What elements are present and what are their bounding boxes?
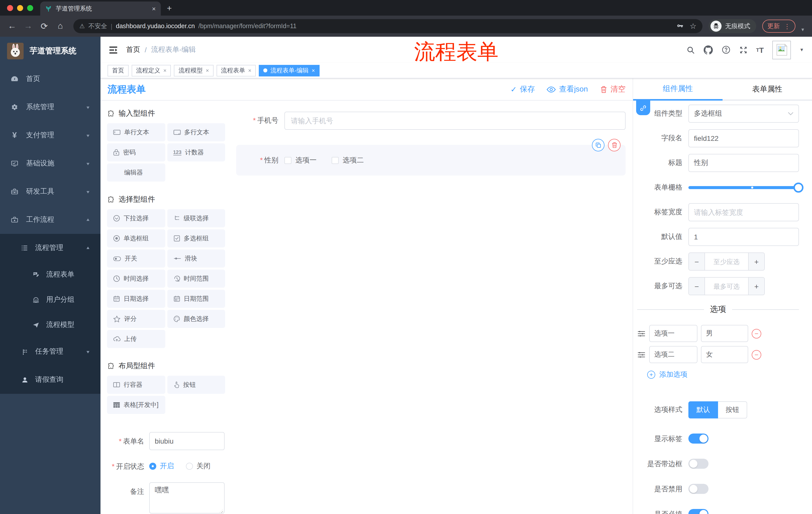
phone-input[interactable] bbox=[284, 112, 626, 130]
border-switch[interactable] bbox=[688, 459, 708, 469]
close-window-button[interactable] bbox=[7, 5, 13, 11]
component-single-text[interactable]: 单行文本 bbox=[107, 123, 165, 141]
forward-icon[interactable]: → bbox=[21, 19, 35, 33]
plus-icon[interactable]: + bbox=[748, 253, 764, 270]
component-time-range[interactable]: 时间范围 bbox=[167, 270, 225, 288]
view-json-button[interactable]: 查看json bbox=[547, 84, 588, 94]
show-label-switch[interactable] bbox=[688, 434, 708, 443]
font-size-icon[interactable]: TT bbox=[756, 46, 764, 54]
drag-handle-icon[interactable] bbox=[637, 351, 646, 358]
chevron-down-icon[interactable]: ▼ bbox=[801, 27, 805, 32]
chevron-down-icon[interactable]: ▼ bbox=[800, 47, 804, 52]
github-icon[interactable] bbox=[703, 45, 713, 55]
sidebar-item-leave-query[interactable]: 请假查询 bbox=[0, 366, 100, 394]
default-value-input[interactable] bbox=[688, 228, 799, 246]
home-icon[interactable]: ⌂ bbox=[53, 19, 67, 33]
tag-close-icon[interactable]: × bbox=[312, 67, 315, 74]
component-date-range[interactable]: 日期范围 bbox=[167, 290, 225, 308]
password-key-icon[interactable] bbox=[676, 22, 684, 30]
component-select[interactable]: 下拉选择 bbox=[107, 209, 165, 227]
browser-tab[interactable]: 芋道管理系统 × bbox=[40, 1, 161, 16]
new-tab-button[interactable]: + bbox=[167, 3, 172, 16]
gender-option-1[interactable]: 选项一 bbox=[284, 156, 317, 165]
tag-close-icon[interactable]: × bbox=[248, 67, 252, 74]
minus-icon[interactable]: − bbox=[689, 278, 705, 295]
reload-icon[interactable]: ⟳ bbox=[37, 19, 51, 33]
security-label[interactable]: 不安全 bbox=[88, 22, 107, 30]
drag-handle-icon[interactable] bbox=[637, 330, 646, 337]
tag-process-model[interactable]: 流程模型 × bbox=[174, 64, 213, 76]
checkbox[interactable] bbox=[331, 157, 339, 164]
remark-textarea[interactable]: 嘿嘿 bbox=[149, 482, 225, 514]
component-editor[interactable]: 编辑器 bbox=[107, 163, 165, 182]
tag-process-form-edit[interactable]: 流程表单-编辑 × bbox=[259, 64, 320, 76]
field-name-input[interactable] bbox=[688, 129, 799, 147]
checkbox[interactable] bbox=[284, 157, 291, 164]
tag-process-form[interactable]: 流程表单 × bbox=[216, 64, 256, 76]
sidebar-item-task-mgmt[interactable]: 任务管理 ▼ bbox=[0, 337, 100, 366]
component-switch[interactable]: 开关 bbox=[107, 249, 165, 268]
component-date-picker[interactable]: 日期选择 bbox=[107, 290, 165, 308]
tag-close-icon[interactable]: × bbox=[206, 67, 209, 74]
component-counter[interactable]: 123 计数器 bbox=[167, 143, 225, 161]
option-name-input[interactable] bbox=[649, 325, 697, 342]
tab-component-props[interactable]: 组件属性 bbox=[633, 78, 723, 101]
update-button[interactable]: 更新 ⋮ bbox=[762, 20, 795, 33]
minimize-window-button[interactable] bbox=[17, 5, 23, 11]
tab-close-icon[interactable]: × bbox=[152, 5, 156, 12]
tag-close-icon[interactable]: × bbox=[163, 67, 167, 74]
delete-widget-button[interactable] bbox=[608, 139, 620, 152]
back-icon[interactable]: ← bbox=[5, 19, 19, 33]
avatar[interactable] bbox=[772, 40, 791, 59]
add-option-button[interactable]: + 添加选项 bbox=[647, 370, 799, 379]
url-bar[interactable]: ⚠ 不安全 | dashboard.yudao.iocoder.cn /bpm/… bbox=[74, 19, 702, 33]
component-upload[interactable]: 上传 bbox=[107, 330, 165, 348]
slider-track[interactable] bbox=[688, 186, 799, 189]
bookmark-star-icon[interactable]: ☆ bbox=[690, 22, 696, 31]
app-logo[interactable]: 芋道管理系统 bbox=[0, 37, 100, 65]
label-width-input[interactable] bbox=[688, 203, 799, 221]
disabled-switch[interactable] bbox=[688, 484, 708, 494]
remove-option-button[interactable]: − bbox=[752, 350, 761, 359]
title-input[interactable] bbox=[688, 154, 799, 172]
grid-slider[interactable] bbox=[688, 179, 799, 197]
slider-handle[interactable] bbox=[793, 183, 804, 193]
sidebar-item-infra[interactable]: 基础设施 ▼ bbox=[0, 150, 100, 178]
breadcrumb-home[interactable]: 首页 bbox=[126, 45, 140, 54]
link-fold-button[interactable] bbox=[636, 101, 650, 115]
sidebar-item-payment[interactable]: ¥ 支付管理 ▼ bbox=[0, 121, 100, 150]
tag-process-definition[interactable]: 流程定义 × bbox=[132, 64, 171, 76]
component-time-picker[interactable]: 时间选择 bbox=[107, 270, 165, 288]
widget-phone[interactable]: 手机号 bbox=[236, 112, 626, 130]
minus-icon[interactable]: − bbox=[689, 253, 705, 270]
copy-widget-button[interactable] bbox=[592, 139, 605, 152]
sidebar-item-process-mgmt[interactable]: 流程管理 ▼ bbox=[0, 234, 100, 262]
sidebar-item-devtools[interactable]: 研发工具 ▼ bbox=[0, 178, 100, 206]
fullscreen-icon[interactable] bbox=[739, 46, 748, 54]
component-color-picker[interactable]: 颜色选择 bbox=[167, 310, 225, 328]
form-name-input[interactable] bbox=[149, 432, 225, 450]
component-row-container[interactable]: 行容器 bbox=[107, 376, 165, 394]
component-radio-group[interactable]: 单选框组 bbox=[107, 229, 165, 247]
component-slider[interactable]: 滑块 bbox=[167, 249, 225, 268]
plus-icon[interactable]: + bbox=[748, 278, 764, 295]
component-button[interactable]: 按钮 bbox=[167, 376, 225, 394]
style-default-button[interactable]: 默认 bbox=[688, 401, 718, 418]
sidebar-item-workflow[interactable]: 工作流程 ▼ bbox=[0, 206, 100, 234]
max-select-input[interactable] bbox=[705, 278, 748, 295]
option-name-input[interactable] bbox=[649, 346, 697, 363]
min-select-input[interactable] bbox=[705, 253, 748, 270]
widget-gender-selected[interactable]: 性别 选项一 选项二 bbox=[236, 145, 626, 175]
sidebar-item-home[interactable]: 首页 bbox=[0, 65, 100, 93]
save-button[interactable]: ✓ 保存 bbox=[511, 84, 535, 94]
status-radio-off[interactable]: 关闭 bbox=[186, 462, 210, 471]
component-type-select[interactable]: 多选框组 bbox=[688, 105, 799, 123]
sidebar-item-process-form[interactable]: 流程表单 bbox=[0, 262, 100, 287]
required-switch[interactable] bbox=[688, 509, 708, 514]
tab-form-props[interactable]: 表单属性 bbox=[723, 78, 812, 101]
tag-home[interactable]: 首页 bbox=[108, 64, 128, 76]
component-checkbox-group[interactable]: 多选框组 bbox=[167, 229, 225, 247]
component-rate[interactable]: 评分 bbox=[107, 310, 165, 328]
component-table[interactable]: 表格[开发中] bbox=[107, 396, 165, 414]
search-icon[interactable] bbox=[686, 46, 695, 54]
